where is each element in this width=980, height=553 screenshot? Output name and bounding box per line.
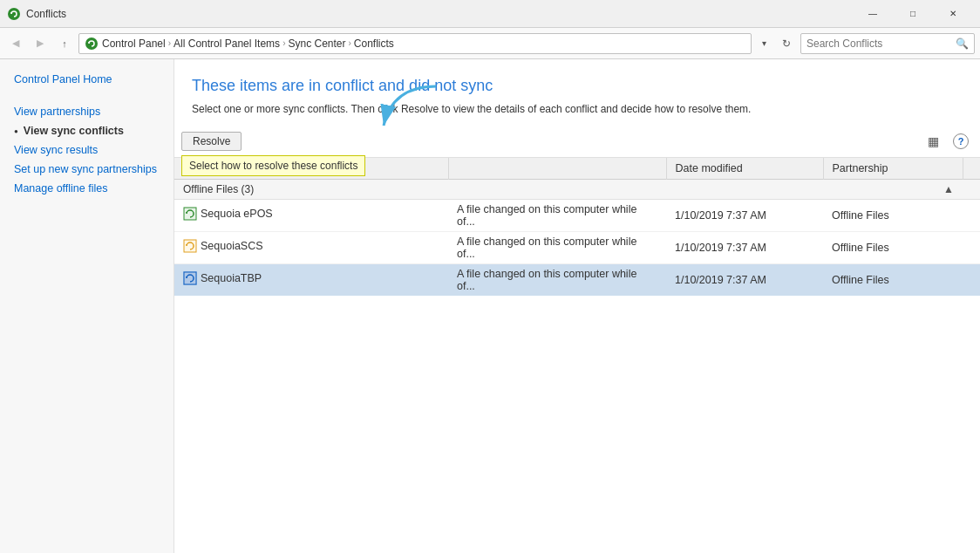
svg-rect-7 — [184, 240, 196, 252]
svg-rect-9 — [184, 272, 196, 284]
group-label: Offline Files (3) — [183, 183, 254, 195]
cell-date: 1/10/2019 7:37 AM — [666, 231, 823, 263]
up-button[interactable]: ↑ — [54, 33, 75, 54]
cell-date: 1/10/2019 7:37 AM — [666, 263, 823, 296]
sidebar: Control Panel Home View partnerships Vie… — [0, 59, 174, 553]
svg-rect-5 — [184, 208, 196, 220]
cell-name: SequoiaSCS — [174, 231, 448, 263]
cell-description: A file changed on this computer while of… — [448, 231, 666, 263]
address-bar: ◀ ▶ ↑ Control Panel › All Control Panel … — [0, 28, 980, 59]
column-scroll — [963, 158, 980, 180]
svg-point-0 — [8, 8, 20, 20]
cell-name: Sequoia ePOS — [174, 199, 448, 231]
sidebar-item-view-partnerships[interactable]: View partnerships — [0, 102, 174, 121]
breadcrumb-conflicts: Conflicts — [354, 38, 394, 50]
app-icon — [7, 7, 21, 21]
breadcrumb-all-items[interactable]: All Control Panel Items — [174, 38, 280, 50]
help-icon: ? — [953, 133, 969, 149]
search-box: 🔍 — [800, 33, 975, 54]
main-area: Control Panel Home View partnerships Vie… — [0, 59, 980, 553]
file-sync-icon — [183, 239, 197, 253]
conflicts-table: Name Date modified Partnership — [174, 158, 980, 296]
file-sync-icon — [183, 207, 197, 221]
group-row-offline-files: Offline Files (3) ▲ — [174, 179, 980, 199]
refresh-button[interactable]: ↻ — [776, 33, 797, 54]
table-row[interactable]: SequoiaSCS A file changed on this comput… — [174, 231, 980, 263]
cell-partnership: Offline Files — [823, 199, 963, 231]
cell-date: 1/10/2019 7:37 AM — [666, 199, 823, 231]
path-dropdown-button[interactable]: ▾ — [755, 33, 772, 54]
table-row[interactable]: Sequoia ePOS A file changed on this comp… — [174, 199, 980, 231]
window-controls: — □ ✕ — [853, 0, 973, 28]
help-button[interactable]: ? — [949, 129, 973, 154]
window-title: Conflicts — [26, 8, 853, 20]
svg-point-2 — [85, 38, 98, 50]
table-container: Name Date modified Partnership — [174, 158, 980, 553]
close-button[interactable]: ✕ — [933, 0, 973, 28]
content-header: These items are in conflict and did not … — [174, 59, 980, 126]
sidebar-item-control-panel-home[interactable]: Control Panel Home — [0, 70, 174, 89]
forward-button[interactable]: ▶ — [30, 33, 51, 54]
cell-description: A file changed on this computer while of… — [448, 263, 666, 296]
toolbar: Resolve ▦ ? Select how to resolve these … — [174, 126, 980, 158]
table-row[interactable]: SequoiaTBP A file changed on this comput… — [174, 263, 980, 296]
breadcrumb-control-panel[interactable]: Control Panel — [102, 38, 166, 50]
maximize-button[interactable]: □ — [893, 0, 933, 28]
cell-name: SequoiaTBP — [174, 263, 448, 296]
page-subtitle: Select one or more sync conflicts. Then … — [192, 102, 963, 117]
view-toggle-button[interactable]: ▦ — [921, 129, 945, 154]
file-sync-icon — [183, 271, 197, 285]
cell-description: A file changed on this computer while of… — [448, 199, 666, 231]
sidebar-item-view-results[interactable]: View sync results — [0, 140, 174, 160]
search-icon: 🔍 — [956, 38, 969, 50]
cell-partnership: Offline Files — [823, 231, 963, 263]
title-bar: Conflicts — □ ✕ — [0, 0, 980, 28]
view-toggle-icon: ▦ — [928, 134, 939, 148]
column-partnership: Partnership — [823, 158, 963, 180]
page-title: These items are in conflict and did not … — [192, 77, 963, 95]
search-input[interactable] — [806, 38, 956, 50]
column-description — [448, 158, 666, 180]
cell-partnership: Offline Files — [823, 263, 963, 296]
content-area: These items are in conflict and did not … — [174, 59, 980, 553]
minimize-button[interactable]: — — [853, 0, 893, 28]
resolve-button[interactable]: Resolve — [181, 132, 242, 151]
column-date: Date modified — [666, 158, 823, 180]
collapse-arrow-icon[interactable]: ▲ — [943, 183, 954, 195]
address-path: Control Panel › All Control Panel Items … — [78, 33, 752, 54]
table-header-row: Name Date modified Partnership — [174, 158, 980, 180]
breadcrumb-sync-center[interactable]: Sync Center — [288, 38, 345, 50]
column-name: Name — [174, 158, 448, 180]
sidebar-item-manage-offline[interactable]: Manage offline files — [0, 179, 174, 198]
sidebar-item-set-up-sync[interactable]: Set up new sync partnerships — [0, 160, 174, 179]
sidebar-item-view-sync-conflicts[interactable]: View sync conflicts — [0, 121, 174, 140]
back-button[interactable]: ◀ — [5, 33, 26, 54]
